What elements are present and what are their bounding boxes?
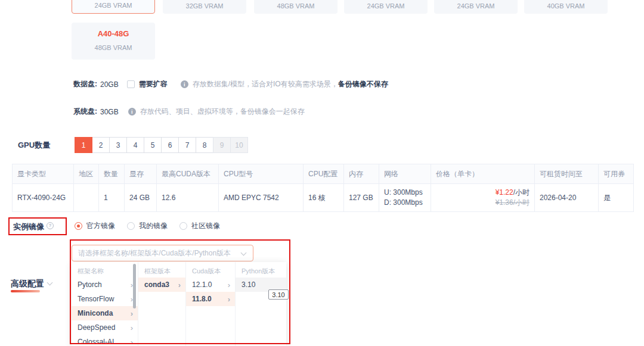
- cascade-item-pytorch[interactable]: Pytorch›: [72, 278, 138, 292]
- col-header: 内存: [344, 164, 379, 184]
- cascade-item-colossal-ai[interactable]: Colossal-AI›: [72, 335, 138, 346]
- gpu-count-option[interactable]: 3: [109, 137, 127, 153]
- col-header: 地区: [74, 164, 99, 184]
- chevron-right-icon: ›: [178, 281, 181, 289]
- cascade-col-header: Python版本: [236, 262, 286, 278]
- system-disk-size: 30GB: [100, 108, 119, 116]
- radio-my-image[interactable]: 我的镜像: [127, 221, 168, 231]
- gpu-spec-vram-label: 40GB VRAM: [524, 2, 608, 10]
- gpu-count-option[interactable]: 8: [196, 137, 213, 153]
- gpu-table: 显卡类型 地区 数量 显存 最高CUDA版本 CPU型号 CPU配置 内存 网络…: [12, 164, 634, 212]
- question-icon[interactable]: ?: [47, 222, 54, 229]
- cell-price: ¥1.22/小时 ¥1.36/小时: [431, 184, 535, 212]
- chevron-down-icon[interactable]: [48, 280, 52, 285]
- gpu-count-option[interactable]: 6: [161, 137, 179, 153]
- cascade-col-header: Cuda版本: [186, 262, 235, 278]
- price-unit: /小时: [513, 188, 530, 197]
- gpu-count-label: GPU数量: [18, 140, 50, 151]
- cell-memory: 127 GB: [344, 184, 379, 212]
- gpu-count-option-disabled: 10: [230, 137, 248, 153]
- cell-gpu-type: RTX-4090-24G: [13, 184, 74, 212]
- cell-vram: 24 GB: [125, 184, 157, 212]
- cell-coupon: 是: [599, 184, 634, 212]
- gpu-count-option[interactable]: 1: [75, 137, 92, 153]
- instance-image-label: 实例镜像?: [13, 222, 54, 232]
- framework-cascade-panel: 框架名称 Pytorch› TensorFlow› Miniconda› Dee…: [72, 262, 286, 346]
- cascade-col-header: 框架版本: [138, 262, 185, 278]
- col-header: 可用券: [599, 164, 634, 184]
- col-header: 最高CUDA版本: [157, 164, 219, 184]
- system-disk-desc: 存放代码、项目、虚拟环境等，备份镜像会一起保存: [140, 107, 305, 117]
- gpu-count-selector: 1 2 3 4 5 6 7 8 9 10: [75, 137, 248, 153]
- chevron-right-icon: ›: [131, 310, 133, 317]
- gpu-card-name: A40-48G: [72, 29, 155, 38]
- gpu-spec-card[interactable]: 48GB VRAM: [254, 0, 338, 14]
- cascade-item-miniconda[interactable]: Miniconda›: [72, 306, 138, 320]
- col-header: 可租赁时间至: [535, 164, 599, 184]
- gpu-spec-vram-label: 24GB VRAM: [434, 2, 518, 10]
- radio-icon: [75, 222, 82, 230]
- gpu-spec-card[interactable]: 24GB VRAM: [434, 0, 518, 14]
- cell-rent-until: 2026-04-20: [535, 184, 599, 212]
- col-header: CPU型号: [219, 164, 304, 184]
- cell-cpu-model: AMD EPYC 7542: [219, 184, 304, 212]
- cascade-col-framework: 框架名称 Pytorch› TensorFlow› Miniconda› Dee…: [72, 262, 138, 346]
- radio-community-image[interactable]: 社区镜像: [179, 221, 220, 231]
- col-header: 价格（单卡）: [431, 164, 535, 184]
- gpu-card-vram: 48GB VRAM: [72, 44, 155, 51]
- advanced-config-label: 高级配置: [11, 279, 44, 289]
- cascade-item-tensorflow[interactable]: TensorFlow›: [72, 292, 138, 306]
- gpu-spec-card[interactable]: 24GB VRAM: [344, 0, 428, 14]
- data-disk-desc: 存放数据集/模型，适合对IO有较高需求场景，: [193, 79, 338, 89]
- gpu-spec-card[interactable]: 40GB VRAM: [524, 0, 608, 14]
- cascade-item-deepspeed[interactable]: DeepSpeed›: [72, 320, 138, 335]
- cell-cuda: 12.6: [157, 184, 219, 212]
- cascade-item-conda3[interactable]: conda3›: [138, 278, 185, 292]
- cell-cpu-config: 16 核: [304, 184, 344, 212]
- framework-select-input[interactable]: [72, 245, 253, 261]
- gpu-count-option[interactable]: 4: [126, 137, 144, 153]
- gpu-table-header-row: 显卡类型 地区 数量 显存 最高CUDA版本 CPU型号 CPU配置 内存 网络…: [13, 164, 634, 184]
- info-icon: i: [128, 108, 136, 116]
- gpu-spec-vram-label: 48GB VRAM: [254, 2, 338, 10]
- gpu-spec-card[interactable]: 32GB VRAM: [163, 0, 246, 14]
- data-disk-desc-bold: 备份镜像不保存: [338, 79, 388, 89]
- cascade-item-cuda-12-1-0[interactable]: 12.1.0›: [186, 278, 235, 292]
- gpu-count-option[interactable]: 2: [92, 137, 110, 153]
- gpu-spec-vram-label: 24GB VRAM: [72, 2, 154, 9]
- cascade-item-cuda-11-8-0[interactable]: 11.8.0›: [186, 292, 235, 306]
- radio-icon: [179, 222, 187, 230]
- gpu-count-option[interactable]: 7: [178, 137, 196, 153]
- price-current: ¥1.22: [496, 188, 513, 197]
- radio-icon: [127, 222, 135, 230]
- scrollbar-thumb[interactable]: [133, 264, 136, 308]
- image-source-radio-group: 官方镜像 我的镜像 社区镜像: [75, 221, 232, 231]
- network-down: D: 300Mbps: [384, 198, 426, 208]
- price-original: ¥1.36/小时: [436, 198, 530, 208]
- cascade-col-framework-version: 框架版本 conda3›: [138, 262, 186, 346]
- data-disk-size: 20GB: [100, 80, 119, 89]
- gpu-table-row[interactable]: RTX-4090-24G 1 24 GB 12.6 AMD EPYC 7542 …: [13, 184, 634, 212]
- gpu-spec-card[interactable]: 24GB VRAM: [72, 0, 155, 14]
- cascade-col-header: 框架名称: [72, 262, 138, 278]
- data-disk-label: 数据盘:: [73, 79, 97, 89]
- cell-count: 1: [99, 184, 125, 212]
- col-header: 数量: [99, 164, 125, 184]
- gpu-rental-config-page: 24GB VRAM 32GB VRAM 48GB VRAM 24GB VRAM …: [0, 0, 644, 346]
- gpu-spec-vram-label: 32GB VRAM: [163, 2, 246, 10]
- expand-checkbox[interactable]: [127, 80, 135, 88]
- expand-label: 需要扩容: [139, 79, 168, 89]
- col-header: 网络: [379, 164, 431, 184]
- radio-official-image[interactable]: 官方镜像: [75, 221, 115, 231]
- cell-network: U: 300Mbps D: 300Mbps: [379, 184, 431, 212]
- cell-region: [74, 184, 99, 212]
- cascade-col-python-version: Python版本 3.10: [236, 262, 286, 346]
- system-disk-label: 系统盘:: [73, 107, 97, 117]
- chevron-right-icon: ›: [131, 338, 133, 346]
- col-header: CPU配置: [304, 164, 344, 184]
- gpu-card-a40-48g[interactable]: A40-48G 48GB VRAM: [72, 23, 155, 60]
- chevron-right-icon: ›: [228, 295, 230, 303]
- gpu-count-option[interactable]: 5: [144, 137, 162, 153]
- tooltip: 3.10: [268, 289, 289, 300]
- data-disk-row: 数据盘: 20GB 需要扩容 i 存放数据集/模型，适合对IO有较高需求场景， …: [73, 79, 388, 89]
